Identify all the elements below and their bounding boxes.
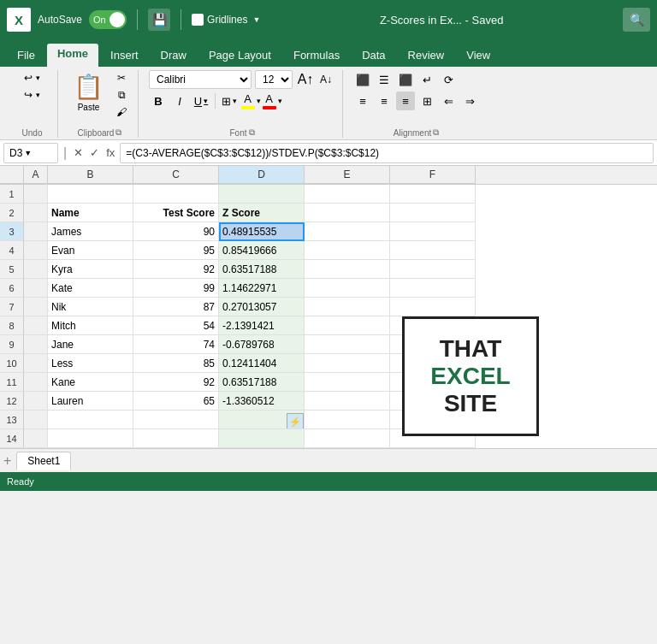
- cell-e3[interactable]: [305, 222, 390, 241]
- cell-e2[interactable]: [305, 204, 390, 222]
- cell-f1[interactable]: [390, 185, 476, 204]
- align-right-button[interactable]: ≡: [396, 92, 415, 110]
- align-left-button[interactable]: ≡: [353, 92, 372, 110]
- cell-b5[interactable]: Kyra: [48, 260, 133, 279]
- cell-c14[interactable]: [133, 429, 219, 448]
- cell-e14[interactable]: [305, 429, 390, 448]
- row-num-3[interactable]: 3: [0, 222, 24, 241]
- save-icon[interactable]: 💾: [148, 9, 170, 31]
- wrap-text-button[interactable]: ↵: [417, 70, 436, 89]
- cell-a11[interactable]: [24, 373, 48, 392]
- cell-a1[interactable]: [24, 185, 48, 204]
- cell-b4[interactable]: Evan: [48, 241, 133, 260]
- cell-a9[interactable]: [24, 335, 48, 354]
- tab-file[interactable]: File: [7, 45, 45, 67]
- cell-c5[interactable]: 92: [133, 260, 219, 279]
- tab-draw[interactable]: Draw: [151, 45, 197, 67]
- cell-a5[interactable]: [24, 260, 48, 279]
- cell-a13[interactable]: [24, 411, 48, 429]
- cell-c13[interactable]: [133, 411, 219, 429]
- cell-f4[interactable]: [390, 241, 476, 260]
- cell-d2[interactable]: Z Score: [219, 204, 305, 222]
- copy-button[interactable]: ⧉: [112, 87, 131, 103]
- tab-view[interactable]: View: [456, 45, 500, 67]
- cell-f7[interactable]: [390, 298, 476, 316]
- fill-color-button[interactable]: A ▾: [241, 92, 260, 110]
- cell-e9[interactable]: [305, 335, 390, 354]
- format-painter-button[interactable]: 🖌: [112, 104, 131, 120]
- cell-c12[interactable]: 65: [133, 392, 219, 411]
- cell-b8[interactable]: Mitch: [48, 316, 133, 335]
- cut-button[interactable]: ✂: [112, 70, 131, 86]
- cell-d7[interactable]: 0.27013057: [219, 298, 305, 316]
- add-sheet-button[interactable]: +: [3, 453, 11, 469]
- search-button[interactable]: 🔍: [623, 8, 650, 32]
- row-num-13[interactable]: 13: [0, 411, 24, 429]
- tab-page-layout[interactable]: Page Layout: [198, 45, 281, 67]
- cell-c11[interactable]: 92: [133, 373, 219, 392]
- cell-e11[interactable]: [305, 373, 390, 392]
- gridlines-toggle[interactable]: Gridlines ▼: [192, 14, 260, 26]
- cell-c10[interactable]: 85: [133, 354, 219, 373]
- cell-d4[interactable]: 0.85419666: [219, 241, 305, 260]
- cell-e13[interactable]: [305, 411, 390, 429]
- cell-c4[interactable]: 95: [133, 241, 219, 260]
- cell-c8[interactable]: 54: [133, 316, 219, 335]
- insert-function-icon[interactable]: fx: [104, 145, 116, 161]
- row-num-4[interactable]: 4: [0, 241, 24, 260]
- cell-c9[interactable]: 74: [133, 335, 219, 354]
- tab-formulas[interactable]: Formulas: [283, 45, 350, 67]
- font-expand-icon[interactable]: ⧉: [249, 127, 255, 138]
- cell-e5[interactable]: [305, 260, 390, 279]
- cell-f2[interactable]: [390, 204, 476, 222]
- font-color-button[interactable]: A ▾: [263, 92, 281, 110]
- col-header-f[interactable]: F: [390, 166, 476, 184]
- cell-d1[interactable]: [219, 185, 305, 204]
- tab-insert[interactable]: Insert: [100, 45, 149, 67]
- clipboard-expand-icon[interactable]: ⧉: [115, 127, 121, 138]
- cell-f5[interactable]: [390, 260, 476, 279]
- confirm-formula-icon[interactable]: ✓: [88, 145, 101, 161]
- bold-button[interactable]: B: [149, 92, 168, 110]
- cell-e6[interactable]: [305, 279, 390, 298]
- font-family-select[interactable]: Calibri: [149, 70, 252, 89]
- cell-d6[interactable]: 1.14622971: [219, 279, 305, 298]
- cell-b12[interactable]: Lauren: [48, 392, 133, 411]
- tab-data[interactable]: Data: [352, 45, 395, 67]
- cell-reference-box[interactable]: D3 ▼: [3, 143, 58, 163]
- row-num-12[interactable]: 12: [0, 392, 24, 411]
- row-num-6[interactable]: 6: [0, 279, 24, 298]
- cell-e12[interactable]: [305, 392, 390, 411]
- cell-d9[interactable]: -0.6789768: [219, 335, 305, 354]
- tab-home[interactable]: Home: [47, 44, 98, 67]
- cell-e4[interactable]: [305, 241, 390, 260]
- cell-ref-dropdown[interactable]: ▼: [24, 149, 32, 157]
- cell-d12[interactable]: -1.3360512: [219, 392, 305, 411]
- indent-increase-button[interactable]: ⇒: [460, 92, 479, 110]
- col-header-b[interactable]: B: [48, 166, 133, 184]
- cell-e7[interactable]: [305, 298, 390, 316]
- underline-button[interactable]: U▾: [192, 92, 210, 110]
- cell-d5[interactable]: 0.63517188: [219, 260, 305, 279]
- cell-c7[interactable]: 87: [133, 298, 219, 316]
- cell-a10[interactable]: [24, 354, 48, 373]
- cell-b14[interactable]: [48, 429, 133, 448]
- cell-e1[interactable]: [305, 185, 390, 204]
- cell-f3[interactable]: [390, 222, 476, 241]
- col-header-c[interactable]: C: [133, 166, 219, 184]
- row-num-7[interactable]: 7: [0, 298, 24, 316]
- cell-d8[interactable]: -2.1391421: [219, 316, 305, 335]
- border-button[interactable]: ⊞▾: [220, 92, 239, 110]
- cell-e10[interactable]: [305, 354, 390, 373]
- cell-f8[interactable]: THAT EXCEL SITE: [390, 316, 476, 335]
- cell-c6[interactable]: 99: [133, 279, 219, 298]
- cell-a6[interactable]: [24, 279, 48, 298]
- cell-d10[interactable]: 0.12411404: [219, 354, 305, 373]
- italic-button[interactable]: I: [170, 92, 189, 110]
- quick-analysis-icon[interactable]: ⚡: [287, 413, 304, 429]
- align-middle-button[interactable]: ☰: [375, 70, 394, 89]
- cell-b10[interactable]: Less: [48, 354, 133, 373]
- cell-a3[interactable]: [24, 222, 48, 241]
- indent-decrease-button[interactable]: ⇐: [439, 92, 458, 110]
- cell-a2[interactable]: [24, 204, 48, 222]
